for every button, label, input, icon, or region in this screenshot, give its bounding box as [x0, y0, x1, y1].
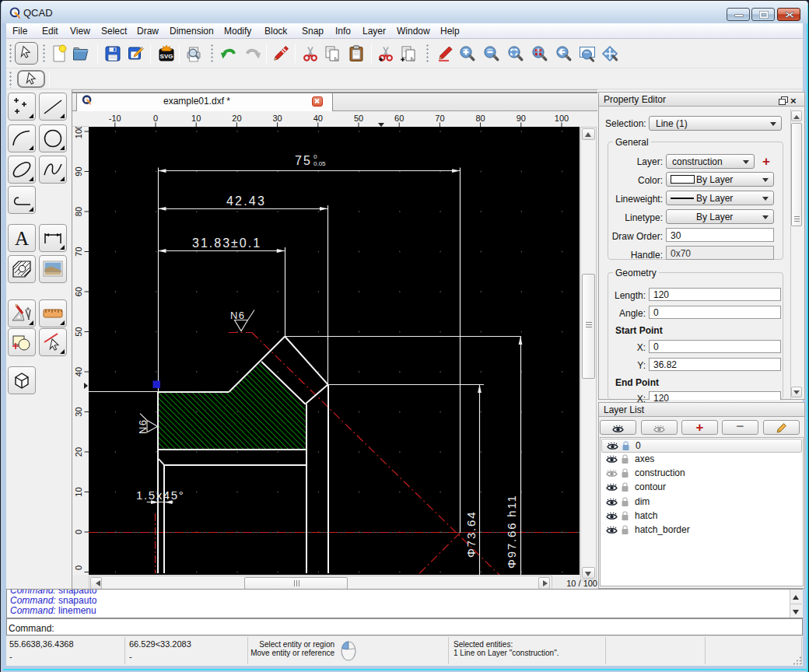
- svg-text:A: A: [15, 228, 29, 249]
- svg-text:Φ97.66 h11: Φ97.66 h11: [505, 494, 518, 569]
- svg-text:40: 40: [313, 114, 323, 123]
- svg-text:90: 90: [74, 166, 83, 176]
- svg-text:75: 75: [295, 154, 312, 167]
- svg-text:90: 90: [517, 114, 526, 123]
- svg-text:42.43: 42.43: [226, 194, 266, 208]
- svg-text:30: 30: [74, 407, 83, 416]
- svg-text:0: 0: [74, 565, 83, 570]
- svg-text:1.5x45°: 1.5x45°: [136, 488, 184, 502]
- svg-text:20: 20: [74, 447, 83, 457]
- svg-text:-10: -10: [109, 114, 121, 123]
- svg-text:100: 100: [555, 114, 569, 123]
- svg-text:31.83±0.1: 31.83±0.1: [192, 236, 261, 250]
- svg-text:70: 70: [435, 114, 444, 123]
- svg-text:0: 0: [74, 530, 83, 534]
- svg-text:10: 10: [191, 114, 201, 123]
- svg-text:70: 70: [74, 247, 83, 256]
- svg-text:60: 60: [74, 287, 83, 296]
- svg-text:0: 0: [153, 114, 158, 123]
- svg-text:80: 80: [74, 207, 83, 216]
- svg-text:Φ73.64: Φ73.64: [464, 511, 478, 558]
- svg-text:80: 80: [475, 114, 485, 123]
- svg-text:0: 0: [313, 153, 317, 160]
- svg-text:50: 50: [74, 327, 83, 336]
- svg-text:N6: N6: [230, 310, 245, 321]
- svg-text:60: 60: [394, 114, 404, 123]
- svg-text:20: 20: [232, 114, 241, 123]
- svg-text:SVG: SVG: [160, 53, 173, 60]
- svg-text:30: 30: [272, 114, 282, 123]
- svg-text:40: 40: [74, 367, 83, 376]
- svg-text:100: 100: [74, 127, 83, 138]
- svg-text:50: 50: [354, 114, 363, 123]
- svg-text:0.05: 0.05: [313, 160, 326, 167]
- svg-text:10: 10: [74, 487, 83, 496]
